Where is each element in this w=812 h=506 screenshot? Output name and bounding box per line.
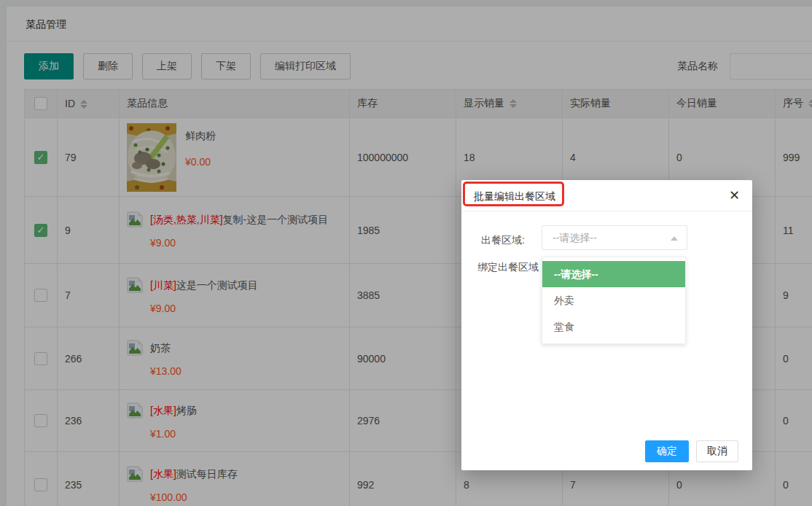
dialog-footer: 确定 取消 xyxy=(645,440,738,462)
confirm-button[interactable]: 确定 xyxy=(645,440,689,462)
cancel-button[interactable]: 取消 xyxy=(696,440,738,462)
batch-edit-serving-area-dialog: 批量编辑出餐区域 ✕ 出餐区域: --请选择-- 绑定出餐区域 --请选择--外… xyxy=(461,180,752,470)
close-icon[interactable]: ✕ xyxy=(729,188,740,203)
bind-serving-area-label: 绑定出餐区域 xyxy=(477,261,539,274)
dropdown-option[interactable]: 外卖 xyxy=(542,287,685,314)
dialog-title: 批量编辑出餐区域 xyxy=(474,190,555,203)
select-placeholder: --请选择-- xyxy=(542,226,687,249)
serving-area-dropdown: --请选择--外卖堂食 xyxy=(542,257,686,344)
serving-area-label: 出餐区域: xyxy=(481,234,525,247)
serving-area-select[interactable]: --请选择-- xyxy=(542,225,687,250)
dialog-header: 批量编辑出餐区域 ✕ xyxy=(461,180,752,211)
chevron-up-icon xyxy=(671,236,678,241)
dropdown-option[interactable]: --请选择-- xyxy=(542,261,685,287)
dropdown-option[interactable]: 堂食 xyxy=(542,314,685,340)
